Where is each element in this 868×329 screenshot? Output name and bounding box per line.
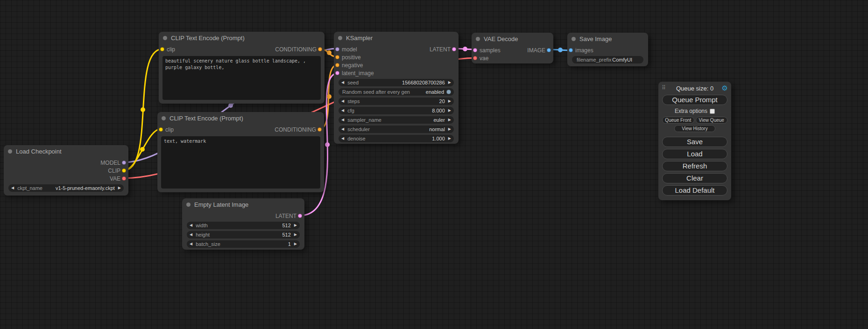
input-slot-clip[interactable] <box>160 47 164 51</box>
widget-value: 20 <box>439 98 445 104</box>
arrow-right-icon[interactable]: ▶ <box>118 186 121 190</box>
input-slot-negative[interactable] <box>335 63 339 67</box>
view-queue-button[interactable]: View Queue <box>696 117 728 124</box>
collapse-dot-icon[interactable] <box>163 36 167 40</box>
queue-size-label: Queue size: 0 <box>676 85 713 92</box>
arrow-right-icon[interactable]: ▶ <box>294 242 297 246</box>
collapse-dot-icon[interactable] <box>572 37 576 41</box>
output-slot-latent[interactable] <box>298 214 302 218</box>
arrow-right-icon[interactable]: ▶ <box>294 233 297 237</box>
output-slot-latent[interactable] <box>452 47 456 51</box>
queue-prompt-button[interactable]: Queue Prompt <box>662 95 727 105</box>
input-slot-positive[interactable] <box>335 55 339 59</box>
link-midpoint-dot <box>228 103 233 108</box>
collapse-dot-icon[interactable] <box>476 37 480 41</box>
node-title-bar[interactable]: VAE Decode <box>472 33 553 45</box>
node-title: Load Checkpoint <box>16 148 62 155</box>
arrow-left-icon[interactable]: ◀ <box>341 137 344 140</box>
widget-sampler-name[interactable]: ◀ sampler_name euler ▶ <box>339 116 454 124</box>
node-title-bar[interactable]: CLIP Text Encode (Prompt) <box>159 32 325 44</box>
output-slot-image[interactable] <box>547 48 551 52</box>
queue-front-button[interactable]: Queue Front <box>662 117 694 124</box>
widget-value: normal <box>429 126 445 132</box>
node-ksampler[interactable]: KSampler model positive negative lat <box>334 32 459 144</box>
arrow-left-icon[interactable]: ◀ <box>341 99 344 103</box>
node-clip-text-encode-negative[interactable]: CLIP Text Encode (Prompt) clip CONDITION… <box>157 112 324 192</box>
collapse-dot-icon[interactable] <box>338 36 342 40</box>
extra-options-checkbox[interactable] <box>710 109 715 114</box>
load-default-button[interactable]: Load Default <box>662 185 727 196</box>
arrow-right-icon[interactable]: ▶ <box>448 118 451 122</box>
node-save-image[interactable]: Save Image images filename_prefix ComfyU… <box>567 33 648 66</box>
output-slot-vae[interactable] <box>122 176 126 181</box>
arrow-right-icon[interactable]: ▶ <box>448 127 451 131</box>
link-midpoint-dot <box>325 142 330 147</box>
link-midpoint-dot <box>463 47 467 51</box>
clear-button[interactable]: Clear <box>662 173 727 183</box>
arrow-left-icon[interactable]: ◀ <box>11 186 14 190</box>
settings-gear-icon[interactable]: ⚙ <box>722 84 728 92</box>
graph-canvas[interactable]: Load Checkpoint MODEL CLIP VAE ◀ ckpt_na… <box>0 0 868 329</box>
widget-height[interactable]: ◀ height 512 ▶ <box>187 231 300 238</box>
view-history-button[interactable]: View History <box>674 125 715 132</box>
toggle-dot-icon[interactable] <box>446 90 451 94</box>
arrow-right-icon[interactable]: ▶ <box>294 224 297 227</box>
arrow-left-icon[interactable]: ◀ <box>190 233 192 237</box>
arrow-left-icon[interactable]: ◀ <box>341 81 344 84</box>
drag-handle-icon[interactable]: ⠿ <box>662 84 666 91</box>
output-slot-conditioning[interactable] <box>318 47 322 51</box>
arrow-right-icon[interactable]: ▶ <box>448 109 451 112</box>
node-load-checkpoint[interactable]: Load Checkpoint MODEL CLIP VAE ◀ ckpt_na… <box>4 145 128 196</box>
widget-cfg[interactable]: ◀ cfg 8.000 ▶ <box>339 107 454 114</box>
widget-value: 1 <box>288 241 291 247</box>
collapse-dot-icon[interactable] <box>8 149 12 154</box>
widget-batch-size[interactable]: ◀ batch_size 1 ▶ <box>187 240 300 248</box>
widget-control-after-generate[interactable]: Random seed after every gen enabled <box>339 88 454 96</box>
output-slot-clip[interactable] <box>122 168 126 173</box>
node-title-bar[interactable]: Load Checkpoint <box>4 145 128 157</box>
widget-scheduler[interactable]: ◀ scheduler normal ▶ <box>339 126 454 133</box>
widget-seed[interactable]: ◀ seed 156680208700286 ▶ <box>339 79 454 86</box>
input-slot-images[interactable] <box>569 48 573 52</box>
widget-label: scheduler <box>347 126 370 132</box>
arrow-right-icon[interactable]: ▶ <box>448 137 451 140</box>
node-clip-text-encode-positive[interactable]: CLIP Text Encode (Prompt) clip CONDITION… <box>159 32 325 104</box>
node-title: Save Image <box>579 35 612 42</box>
load-button[interactable]: Load <box>662 149 727 159</box>
widget-denoise[interactable]: ◀ denoise 1.000 ▶ <box>339 135 454 142</box>
widget-filename-prefix[interactable]: filename_prefix ComfyUI <box>572 56 643 63</box>
collapse-dot-icon[interactable] <box>162 116 166 120</box>
negative-prompt-textarea[interactable]: text, watermark <box>161 136 320 189</box>
arrow-left-icon[interactable]: ◀ <box>190 242 192 246</box>
refresh-button[interactable]: Refresh <box>662 161 727 171</box>
widget-label: Random seed after every gen <box>342 89 410 95</box>
input-slot-clip[interactable] <box>159 127 163 132</box>
arrow-left-icon[interactable]: ◀ <box>190 224 192 227</box>
node-title-bar[interactable]: Save Image <box>567 33 648 45</box>
output-slot-conditioning[interactable] <box>318 127 322 132</box>
node-title-bar[interactable]: Empty Latent Image <box>182 198 304 210</box>
node-title-bar[interactable]: KSampler <box>334 32 459 44</box>
arrow-right-icon[interactable]: ▶ <box>448 99 451 103</box>
save-button[interactable]: Save <box>662 137 727 147</box>
arrow-right-icon[interactable]: ▶ <box>448 81 451 84</box>
widget-ckpt-name[interactable]: ◀ ckpt_name v1-5-pruned-emaonly.ckpt ▶ <box>8 184 124 192</box>
arrow-left-icon[interactable]: ◀ <box>341 118 344 122</box>
arrow-left-icon[interactable]: ◀ <box>341 109 344 112</box>
input-slot-model[interactable] <box>335 47 339 51</box>
input-slot-vae[interactable] <box>473 56 477 60</box>
node-empty-latent-image[interactable]: Empty Latent Image LATENT ◀ width 512 ▶ … <box>182 198 304 250</box>
node-title-bar[interactable]: CLIP Text Encode (Prompt) <box>157 112 324 124</box>
widget-label: seed <box>347 80 359 85</box>
collapse-dot-icon[interactable] <box>186 203 191 207</box>
arrow-left-icon[interactable]: ◀ <box>341 127 344 131</box>
input-slot-latent-image[interactable] <box>335 71 339 75</box>
widget-steps[interactable]: ◀ steps 20 ▶ <box>339 98 454 105</box>
widget-label: steps <box>347 98 360 104</box>
input-slot-samples[interactable] <box>473 48 477 52</box>
widget-value: enabled <box>426 89 444 95</box>
widget-width[interactable]: ◀ width 512 ▶ <box>187 222 300 229</box>
node-vae-decode[interactable]: VAE Decode samples vae IMAGE <box>472 33 553 63</box>
positive-prompt-textarea[interactable]: beautiful scenery nature glass bottle la… <box>162 56 321 100</box>
output-slot-model[interactable] <box>122 161 126 165</box>
